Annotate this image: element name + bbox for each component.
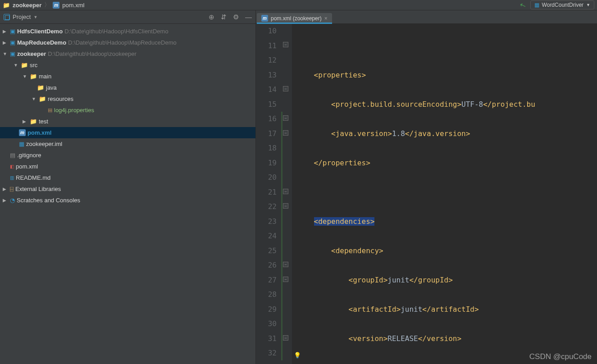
code-line[interactable]: <groupId>junit</groupId> — [296, 273, 597, 288]
gear-icon[interactable]: ⚙ — [233, 13, 239, 21]
module-icon: ▣ — [10, 39, 15, 46]
select-opened-file-icon[interactable]: ⊕ — [209, 13, 214, 21]
tree-item-scratches[interactable]: ▶ ◔ Scratches and Consoles — [0, 195, 255, 206]
folder-icon: 📁 — [21, 62, 28, 68]
fold-icon[interactable]: − — [283, 130, 288, 136]
collapse-arrow-icon[interactable]: ▼ — [23, 74, 28, 79]
tree-item-root-pom[interactable]: ◧ pom.xml — [0, 161, 255, 172]
folder-icon: 📁 — [30, 118, 37, 125]
collapse-arrow-icon[interactable]: ▼ — [14, 63, 19, 68]
tree-item-gitignore[interactable]: ▤ .gitignore — [0, 150, 255, 161]
breadcrumb-sep: 〉 — [44, 1, 50, 9]
minimize-icon[interactable]: — — [245, 13, 252, 21]
run-config-label: WordCountDriver — [542, 2, 583, 8]
xml-file-icon: ◧ — [10, 164, 14, 169]
maven-icon: m — [19, 129, 26, 136]
scratches-icon: ◔ — [10, 197, 15, 204]
code-area[interactable]: <properties> <project.build.sourceEncodi… — [292, 24, 597, 364]
code-line[interactable]: <java.version>1.8</java.version> — [296, 127, 597, 141]
chevron-down-icon: ▼ — [586, 3, 590, 7]
collapse-arrow-icon[interactable]: ▼ — [32, 96, 37, 101]
tree-item-zookeeper[interactable]: ▼ ▣ zookeeper D:\Date\github\Hadoop\zook… — [0, 48, 255, 59]
tree-item-mapreducedemo[interactable]: ▶ ▣ MapReduceDemo D:\Date\github\Hadoop\… — [0, 37, 255, 48]
project-header: Project ▼ ⊕ ⇵ ⚙ — — [0, 10, 255, 24]
code-line[interactable]: </properties> — [296, 156, 597, 171]
editor-tab-bar: m pom.xml (zookeeper) × — [256, 10, 597, 24]
breadcrumb-file[interactable]: pom.xml — [62, 2, 84, 9]
tree-item-hdfsclientdemo[interactable]: ▶ ▣ HdfsClientDemo D:\Date\github\Hadoop… — [0, 26, 255, 37]
code-line[interactable]: <dependency> — [296, 244, 597, 259]
fold-icon[interactable]: − — [283, 203, 288, 209]
chevron-down-icon[interactable]: ▼ — [33, 15, 37, 19]
tree-item-iml[interactable]: ▦ zookeeper.iml — [0, 138, 255, 150]
expand-arrow-icon[interactable]: ▶ — [3, 187, 8, 191]
fold-icon[interactable]: − — [283, 262, 288, 267]
fold-icon[interactable]: − — [283, 86, 288, 91]
expand-all-icon[interactable]: ⇵ — [221, 13, 227, 21]
resources-folder-icon: 📁 — [39, 96, 46, 102]
code-line[interactable]: <dependencies> — [296, 214, 597, 229]
editor-body[interactable]: 10 11 12 13 14 15 16 17 18 19 20 21 22 2… — [256, 24, 597, 364]
tree-item-external-libraries[interactable]: ▶ ⌸ External Libraries — [0, 183, 255, 195]
code-line[interactable]: <artifactId>junit</artifactId> — [296, 302, 597, 317]
watermark: CSDN @cpuCode — [529, 352, 592, 361]
project-tree[interactable]: ▶ ▣ HdfsClientDemo D:\Date\github\Hadoop… — [0, 24, 255, 364]
run-config-dropdown[interactable]: ▦ WordCountDriver ▼ — [530, 0, 594, 9]
fold-icon[interactable]: − — [283, 335, 288, 341]
tree-item-readme[interactable]: ▥ README.md — [0, 172, 255, 183]
code-line[interactable]: <properties> — [296, 68, 597, 83]
tree-item-resources[interactable]: ▼ 📁 resources — [0, 93, 255, 105]
top-bar: 📁 zookeeper 〉 m pom.xml ↖ ▦ WordCountDri… — [0, 0, 597, 10]
code-line[interactable] — [296, 185, 597, 200]
fold-icon[interactable]: − — [283, 115, 288, 121]
collapse-arrow-icon[interactable]: ▼ — [3, 51, 8, 56]
fold-icon[interactable]: − — [283, 189, 288, 194]
intention-bulb-icon[interactable]: 💡 — [294, 348, 301, 363]
code-line[interactable]: <version>RELEASE</version> — [296, 332, 597, 346]
tree-item-log4j[interactable]: ▤ log4j.properties — [0, 105, 255, 116]
breadcrumb[interactable]: 📁 zookeeper 〉 m pom.xml — [3, 1, 84, 9]
libraries-icon: ⌸ — [10, 186, 14, 192]
fold-icon[interactable]: − — [283, 277, 288, 282]
gitignore-icon: ▤ — [10, 152, 15, 159]
maven-icon: m — [53, 2, 59, 9]
code-line[interactable]: <project.build.sourceEncoding>UTF-8</pro… — [296, 97, 597, 112]
project-icon: 📁 — [3, 2, 10, 9]
build-icon[interactable]: ↖ — [519, 0, 527, 10]
editor-tab-pom[interactable]: m pom.xml (zookeeper) × — [257, 13, 332, 23]
gutter-line-numbers: 10 11 12 13 14 15 16 17 18 19 20 21 22 2… — [256, 24, 281, 364]
fold-icon[interactable]: − — [283, 42, 288, 47]
close-icon[interactable]: × — [324, 15, 328, 22]
tree-item-main[interactable]: ▼ 📁 main — [0, 71, 255, 82]
project-tool-window: Project ▼ ⊕ ⇵ ⚙ — ▶ ▣ HdfsClientDemo D:\… — [0, 10, 256, 364]
tree-item-java[interactable]: 📁 java — [0, 82, 255, 93]
expand-arrow-icon[interactable]: ▶ — [3, 198, 8, 203]
tree-item-test[interactable]: ▶ 📁 test — [0, 116, 255, 127]
module-icon: ▣ — [10, 28, 15, 35]
run-config-icon: ▦ — [534, 2, 539, 8]
project-label[interactable]: Project — [13, 14, 31, 20]
tree-item-src[interactable]: ▼ 📁 src — [0, 59, 255, 71]
folder-icon: 📁 — [30, 73, 37, 80]
module-icon: ▣ — [10, 50, 15, 57]
source-folder-icon: 📁 — [37, 84, 44, 91]
editor-pane: m pom.xml (zookeeper) × 10 11 12 13 14 1… — [256, 10, 597, 364]
expand-arrow-icon[interactable]: ▶ — [23, 119, 28, 124]
project-view-icon — [4, 14, 10, 20]
properties-file-icon: ▤ — [48, 107, 52, 113]
maven-icon: m — [261, 15, 268, 22]
expand-arrow-icon[interactable]: ▶ — [3, 29, 8, 34]
editor-tab-label: pom.xml (zookeeper) — [271, 15, 322, 22]
tree-item-pom-selected[interactable]: m pom.xml — [0, 127, 255, 138]
gutter-folding[interactable]: − − − − − − − − − 💡 — [281, 24, 292, 364]
expand-arrow-icon[interactable]: ▶ — [3, 40, 8, 45]
iml-file-icon: ▦ — [19, 141, 24, 147]
markdown-file-icon: ▥ — [10, 175, 14, 180]
code-line[interactable] — [296, 39, 597, 54]
breadcrumb-project[interactable]: zookeeper — [13, 2, 41, 9]
